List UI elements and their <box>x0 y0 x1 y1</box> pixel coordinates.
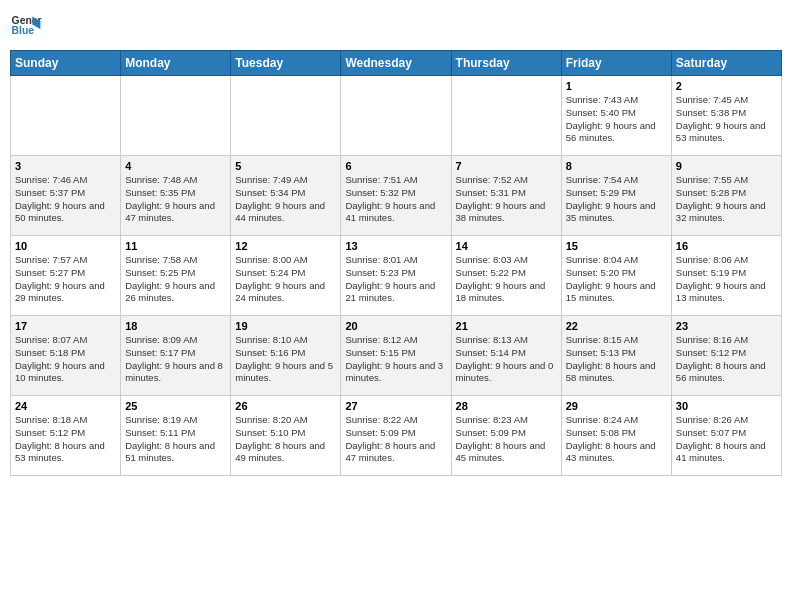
day-detail: Sunrise: 8:16 AM Sunset: 5:12 PM Dayligh… <box>676 334 777 385</box>
calendar-cell: 23Sunrise: 8:16 AM Sunset: 5:12 PM Dayli… <box>671 316 781 396</box>
day-detail: Sunrise: 7:48 AM Sunset: 5:35 PM Dayligh… <box>125 174 226 225</box>
day-detail: Sunrise: 8:03 AM Sunset: 5:22 PM Dayligh… <box>456 254 557 305</box>
day-detail: Sunrise: 7:45 AM Sunset: 5:38 PM Dayligh… <box>676 94 777 145</box>
day-number: 2 <box>676 80 777 92</box>
header-thursday: Thursday <box>451 51 561 76</box>
day-detail: Sunrise: 7:54 AM Sunset: 5:29 PM Dayligh… <box>566 174 667 225</box>
calendar-cell: 12Sunrise: 8:00 AM Sunset: 5:24 PM Dayli… <box>231 236 341 316</box>
calendar-cell: 22Sunrise: 8:15 AM Sunset: 5:13 PM Dayli… <box>561 316 671 396</box>
day-detail: Sunrise: 8:15 AM Sunset: 5:13 PM Dayligh… <box>566 334 667 385</box>
day-detail: Sunrise: 7:49 AM Sunset: 5:34 PM Dayligh… <box>235 174 336 225</box>
logo: General Blue <box>10 10 46 42</box>
calendar-cell: 9Sunrise: 7:55 AM Sunset: 5:28 PM Daylig… <box>671 156 781 236</box>
calendar-cell: 24Sunrise: 8:18 AM Sunset: 5:12 PM Dayli… <box>11 396 121 476</box>
day-number: 10 <box>15 240 116 252</box>
calendar-cell: 28Sunrise: 8:23 AM Sunset: 5:09 PM Dayli… <box>451 396 561 476</box>
calendar-cell: 15Sunrise: 8:04 AM Sunset: 5:20 PM Dayli… <box>561 236 671 316</box>
header-saturday: Saturday <box>671 51 781 76</box>
day-detail: Sunrise: 7:57 AM Sunset: 5:27 PM Dayligh… <box>15 254 116 305</box>
day-detail: Sunrise: 8:13 AM Sunset: 5:14 PM Dayligh… <box>456 334 557 385</box>
day-number: 15 <box>566 240 667 252</box>
header-wednesday: Wednesday <box>341 51 451 76</box>
day-detail: Sunrise: 7:51 AM Sunset: 5:32 PM Dayligh… <box>345 174 446 225</box>
calendar-cell: 5Sunrise: 7:49 AM Sunset: 5:34 PM Daylig… <box>231 156 341 236</box>
day-number: 17 <box>15 320 116 332</box>
calendar-cell: 11Sunrise: 7:58 AM Sunset: 5:25 PM Dayli… <box>121 236 231 316</box>
calendar-cell: 29Sunrise: 8:24 AM Sunset: 5:08 PM Dayli… <box>561 396 671 476</box>
calendar-cell: 20Sunrise: 8:12 AM Sunset: 5:15 PM Dayli… <box>341 316 451 396</box>
day-number: 25 <box>125 400 226 412</box>
calendar-cell: 16Sunrise: 8:06 AM Sunset: 5:19 PM Dayli… <box>671 236 781 316</box>
calendar-cell: 27Sunrise: 8:22 AM Sunset: 5:09 PM Dayli… <box>341 396 451 476</box>
calendar-week-row: 17Sunrise: 8:07 AM Sunset: 5:18 PM Dayli… <box>11 316 782 396</box>
logo-icon: General Blue <box>10 10 42 42</box>
calendar-cell: 18Sunrise: 8:09 AM Sunset: 5:17 PM Dayli… <box>121 316 231 396</box>
calendar-header-row: SundayMondayTuesdayWednesdayThursdayFrid… <box>11 51 782 76</box>
day-number: 24 <box>15 400 116 412</box>
day-number: 12 <box>235 240 336 252</box>
calendar-cell <box>451 76 561 156</box>
calendar-cell: 2Sunrise: 7:45 AM Sunset: 5:38 PM Daylig… <box>671 76 781 156</box>
day-number: 18 <box>125 320 226 332</box>
day-detail: Sunrise: 8:20 AM Sunset: 5:10 PM Dayligh… <box>235 414 336 465</box>
calendar-cell: 6Sunrise: 7:51 AM Sunset: 5:32 PM Daylig… <box>341 156 451 236</box>
calendar-cell: 17Sunrise: 8:07 AM Sunset: 5:18 PM Dayli… <box>11 316 121 396</box>
day-number: 5 <box>235 160 336 172</box>
day-number: 11 <box>125 240 226 252</box>
day-number: 13 <box>345 240 446 252</box>
calendar-cell: 19Sunrise: 8:10 AM Sunset: 5:16 PM Dayli… <box>231 316 341 396</box>
header-tuesday: Tuesday <box>231 51 341 76</box>
calendar-week-row: 10Sunrise: 7:57 AM Sunset: 5:27 PM Dayli… <box>11 236 782 316</box>
day-number: 28 <box>456 400 557 412</box>
day-detail: Sunrise: 7:46 AM Sunset: 5:37 PM Dayligh… <box>15 174 116 225</box>
day-detail: Sunrise: 8:24 AM Sunset: 5:08 PM Dayligh… <box>566 414 667 465</box>
day-detail: Sunrise: 7:43 AM Sunset: 5:40 PM Dayligh… <box>566 94 667 145</box>
day-number: 16 <box>676 240 777 252</box>
day-number: 4 <box>125 160 226 172</box>
calendar-cell: 26Sunrise: 8:20 AM Sunset: 5:10 PM Dayli… <box>231 396 341 476</box>
calendar-cell: 10Sunrise: 7:57 AM Sunset: 5:27 PM Dayli… <box>11 236 121 316</box>
day-detail: Sunrise: 8:00 AM Sunset: 5:24 PM Dayligh… <box>235 254 336 305</box>
calendar-cell <box>231 76 341 156</box>
day-detail: Sunrise: 8:07 AM Sunset: 5:18 PM Dayligh… <box>15 334 116 385</box>
day-number: 29 <box>566 400 667 412</box>
calendar-cell: 13Sunrise: 8:01 AM Sunset: 5:23 PM Dayli… <box>341 236 451 316</box>
calendar-cell: 25Sunrise: 8:19 AM Sunset: 5:11 PM Dayli… <box>121 396 231 476</box>
day-detail: Sunrise: 7:55 AM Sunset: 5:28 PM Dayligh… <box>676 174 777 225</box>
day-number: 3 <box>15 160 116 172</box>
calendar-cell <box>11 76 121 156</box>
day-detail: Sunrise: 8:01 AM Sunset: 5:23 PM Dayligh… <box>345 254 446 305</box>
day-detail: Sunrise: 8:19 AM Sunset: 5:11 PM Dayligh… <box>125 414 226 465</box>
day-detail: Sunrise: 8:06 AM Sunset: 5:19 PM Dayligh… <box>676 254 777 305</box>
calendar-cell: 3Sunrise: 7:46 AM Sunset: 5:37 PM Daylig… <box>11 156 121 236</box>
calendar-week-row: 24Sunrise: 8:18 AM Sunset: 5:12 PM Dayli… <box>11 396 782 476</box>
calendar-cell: 1Sunrise: 7:43 AM Sunset: 5:40 PM Daylig… <box>561 76 671 156</box>
day-number: 27 <box>345 400 446 412</box>
day-detail: Sunrise: 8:10 AM Sunset: 5:16 PM Dayligh… <box>235 334 336 385</box>
calendar-cell: 7Sunrise: 7:52 AM Sunset: 5:31 PM Daylig… <box>451 156 561 236</box>
calendar-cell: 8Sunrise: 7:54 AM Sunset: 5:29 PM Daylig… <box>561 156 671 236</box>
header-monday: Monday <box>121 51 231 76</box>
calendar-cell: 21Sunrise: 8:13 AM Sunset: 5:14 PM Dayli… <box>451 316 561 396</box>
day-detail: Sunrise: 8:18 AM Sunset: 5:12 PM Dayligh… <box>15 414 116 465</box>
day-number: 21 <box>456 320 557 332</box>
day-number: 22 <box>566 320 667 332</box>
day-number: 26 <box>235 400 336 412</box>
calendar-week-row: 1Sunrise: 7:43 AM Sunset: 5:40 PM Daylig… <box>11 76 782 156</box>
calendar-cell <box>341 76 451 156</box>
calendar-week-row: 3Sunrise: 7:46 AM Sunset: 5:37 PM Daylig… <box>11 156 782 236</box>
day-detail: Sunrise: 8:04 AM Sunset: 5:20 PM Dayligh… <box>566 254 667 305</box>
calendar-table: SundayMondayTuesdayWednesdayThursdayFrid… <box>10 50 782 476</box>
page-header: General Blue <box>10 10 782 42</box>
calendar-cell: 30Sunrise: 8:26 AM Sunset: 5:07 PM Dayli… <box>671 396 781 476</box>
day-detail: Sunrise: 8:12 AM Sunset: 5:15 PM Dayligh… <box>345 334 446 385</box>
day-number: 19 <box>235 320 336 332</box>
day-number: 7 <box>456 160 557 172</box>
header-sunday: Sunday <box>11 51 121 76</box>
day-number: 9 <box>676 160 777 172</box>
day-number: 30 <box>676 400 777 412</box>
day-detail: Sunrise: 8:22 AM Sunset: 5:09 PM Dayligh… <box>345 414 446 465</box>
svg-text:Blue: Blue <box>12 25 35 36</box>
day-detail: Sunrise: 8:23 AM Sunset: 5:09 PM Dayligh… <box>456 414 557 465</box>
day-detail: Sunrise: 7:58 AM Sunset: 5:25 PM Dayligh… <box>125 254 226 305</box>
